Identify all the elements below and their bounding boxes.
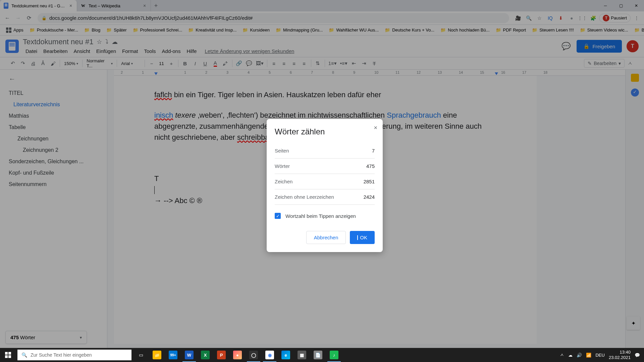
close-icon[interactable]: × [68,3,73,8]
start-button[interactable] [0,348,16,362]
back-button[interactable]: ← [3,13,12,23]
tray-notifications-icon[interactable]: 💬 [635,353,640,358]
bookmark-item[interactable]: 📁Blog [82,26,103,34]
outline-item[interactable]: Kopf- und Fußzeile [5,167,102,179]
taskbar-app[interactable]: ▦ [294,348,310,362]
browser-tab[interactable]: W Text – Wikipedia × [77,0,151,11]
menu-ansicht[interactable]: Ansicht [71,47,93,55]
highlight-button[interactable]: 🖍 [221,59,230,68]
new-tab-button[interactable]: + [151,0,161,11]
collapse-toolbar-button[interactable]: ㅅ [625,59,635,68]
close-window-button[interactable]: ✕ [629,0,644,11]
zoom-select[interactable]: 150% [62,61,80,66]
tray-language[interactable]: DEU [595,353,604,358]
explore-button[interactable]: ✦ [627,316,640,330]
font-size-increase[interactable]: + [167,59,176,68]
outline-item[interactable]: Tabelle [5,122,102,133]
font-select[interactable]: Arial [119,61,143,66]
bold-button[interactable]: B [180,59,190,68]
numbered-list-button[interactable]: 1≡▾ [327,59,338,68]
clear-format-button[interactable]: T [370,59,379,68]
menu-button[interactable]: ⋮ [632,13,641,23]
tray-wifi-icon[interactable]: 📶 [586,353,591,358]
tray-cloud-icon[interactable]: ☁ [568,353,573,358]
menu-tools[interactable]: Tools [142,47,159,55]
share-button[interactable]: 🔒 Freigeben [577,40,622,53]
extension-icon[interactable]: ⬇ [556,13,566,23]
paint-format-button[interactable]: 🖌 [48,59,58,68]
bullet-list-button[interactable]: •≡▾ [339,59,349,68]
outline-item[interactable]: Zeichnungen 2 [5,144,102,156]
move-icon[interactable]: ⤵ [105,38,108,45]
profile-button[interactable]: T Pausiert [599,14,631,22]
tray-volume-icon[interactable]: 🔊 [577,353,582,358]
bookmark-item[interactable]: 📁Produktsuche - Mer... [27,26,81,34]
menu-bearbeiten[interactable]: Bearbeiten [41,47,70,55]
align-justify-button[interactable]: ≡ [300,59,309,68]
bookmark-item[interactable]: 📁Kursideen [240,26,272,34]
taskbar-search[interactable]: 🔍 Zur Suche Text hier eingeben [17,350,131,360]
word-count-pill[interactable]: 475 Wörter [5,331,87,344]
font-size-decrease[interactable]: − [147,59,156,68]
comment-button[interactable]: 💬 [245,59,254,68]
zoom-icon[interactable]: 🔍 [524,13,533,23]
taskbar-app[interactable]: W [181,348,197,362]
style-select[interactable]: Normaler T... [85,58,115,68]
outline-item[interactable]: Literaturverzeichnis [5,99,102,110]
cancel-button[interactable]: Abbrechen [306,231,346,244]
keep-icon[interactable] [631,74,639,82]
menu-addons[interactable]: Add-ons [159,47,183,55]
taskbar-app[interactable]: 📄 [310,348,326,362]
maximize-button[interactable]: ▢ [613,0,629,11]
browser-tab-active[interactable]: Textdokument neu #1 - Google D × [0,0,77,11]
bookmark-item[interactable]: 📁Büro [632,26,644,34]
address-bar[interactable]: 🔒 docs.google.com/document/d/1hUH8k6h7Lb… [38,13,509,23]
extension-icon[interactable]: ● [567,13,576,23]
document-title[interactable]: Textdokument neu #1 [23,38,93,46]
taskbar-app[interactable]: X [197,348,213,362]
redo-button[interactable]: ↷ [18,59,28,68]
bookmark-item[interactable]: 📁PDF Report [493,26,529,34]
tray-clock[interactable]: 13:40 23.02.2021 [609,350,631,360]
outline-item[interactable]: Zeichnungen [5,133,102,144]
star-icon[interactable]: ☆ [535,13,544,23]
bookmark-item[interactable]: 📁Steuern Videos wic... [577,26,631,34]
user-avatar[interactable]: T [627,40,639,52]
extension-icon[interactable]: ⋮⋮ [578,13,587,23]
decrease-indent-button[interactable]: ⇤ [350,59,359,68]
spellcheck-button[interactable]: Ǎ [38,59,48,68]
outline-item[interactable]: Matthias [5,110,102,122]
outline-item[interactable]: Seitennummern [5,179,102,190]
task-view-button[interactable]: ▭ [133,348,149,362]
align-left-button[interactable]: ≡ [269,59,279,68]
print-button[interactable]: 🖨 [28,59,38,68]
taskbar-app[interactable]: P [213,348,229,362]
bookmark-item[interactable]: 📁Deutsche Kurs + Vo... [382,26,437,34]
outline-item[interactable]: TITEL [5,87,102,99]
link-text[interactable]: inisch [154,111,173,119]
outline-back-button[interactable]: ← [5,75,102,83]
star-icon[interactable]: ☆ [97,38,102,46]
image-button[interactable]: 🖼▾ [255,59,265,68]
text-color-button[interactable]: A [211,59,220,68]
docs-logo[interactable] [5,40,19,53]
tray-chevron-icon[interactable]: ㅅ [560,352,564,358]
bookmark-item[interactable]: 📁Noch hochladen Bü... [438,26,492,34]
last-edit-link[interactable]: Letzte Änderung vor wenigen Sekunden [202,47,297,55]
bookmark-item[interactable]: 📁Professionell Schrei... [130,26,185,34]
bookmark-item[interactable]: 📁Steuern Lesen !!!! [529,26,577,34]
extensions-button[interactable]: 🧩 [588,13,598,23]
taskbar-chrome[interactable]: ◉ [262,348,278,362]
taskbar-app[interactable]: 📁 [149,348,165,362]
taskbar-app[interactable]: ◯ [246,348,262,362]
close-icon[interactable]: × [374,124,377,131]
undo-button[interactable]: ↶ [8,59,17,68]
increase-indent-button[interactable]: ⇥ [360,59,369,68]
menu-datei[interactable]: Datei [23,47,40,55]
forward-button[interactable]: → [13,13,23,23]
taskbar-spotify[interactable]: ♪ [326,348,342,362]
link-text[interactable]: Sprachgebrauch [387,111,441,119]
minimize-button[interactable]: ─ [598,0,613,11]
bookmark-item[interactable]: 📁Mindmapping (Gru... [273,26,326,34]
show-while-typing-checkbox[interactable]: ✓ Wortzahl beim Tippen anzeigen [275,213,375,219]
